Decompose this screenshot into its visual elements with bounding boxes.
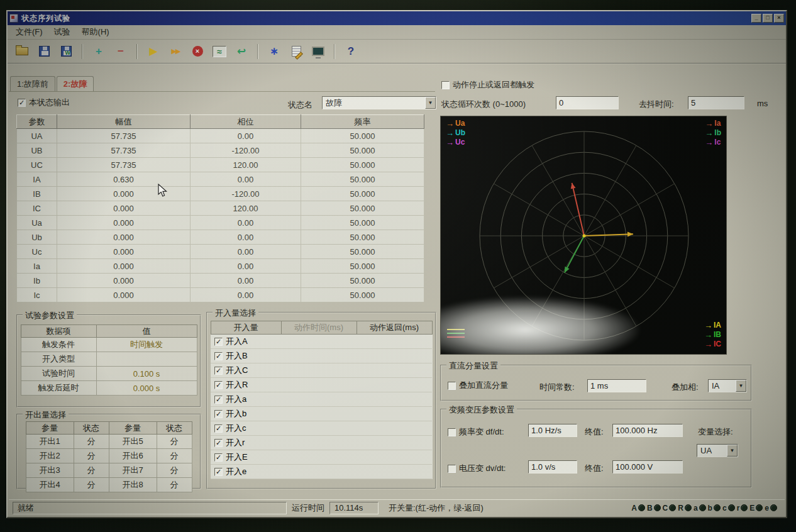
output-row[interactable]: 开出1分开出5分 (26, 435, 192, 449)
minimize-button[interactable]: _ (751, 14, 761, 23)
param-value-cell[interactable]: 50.000 (301, 158, 424, 172)
param-value-cell[interactable]: -120.00 (191, 143, 301, 158)
checkbox-unchecked-icon[interactable]: ✓ (448, 428, 456, 436)
test-param-row[interactable]: 开入类型 (21, 352, 197, 367)
input-row[interactable]: ✓开入c (211, 421, 432, 436)
test-param-value[interactable]: 0.100 s (96, 367, 197, 381)
param-value-cell[interactable]: 0.000 (57, 245, 191, 259)
debounce-input[interactable] (688, 96, 744, 109)
output-row[interactable]: 开出4分开出8分 (26, 478, 192, 492)
param-value-cell[interactable]: 50.000 (301, 288, 424, 302)
param-value-cell[interactable]: 0.000 (57, 259, 191, 274)
input-row[interactable]: ✓开入r (211, 436, 432, 450)
edit-icon[interactable] (287, 43, 306, 60)
input-row[interactable]: ✓开入R (211, 378, 432, 392)
phasor-icon[interactable]: ∗ (265, 43, 284, 60)
param-row[interactable]: UC57.735120.0050.000 (17, 158, 424, 172)
waveform-icon[interactable]: ≈ (210, 43, 229, 60)
param-value-cell[interactable]: 50.000 (301, 187, 424, 201)
open-icon[interactable] (13, 43, 31, 60)
input-row[interactable]: ✓开入C (211, 363, 432, 378)
param-value-cell[interactable]: 57.735 (57, 129, 191, 143)
param-row[interactable]: UB57.735-120.0050.000 (17, 143, 424, 158)
output-state-cell[interactable]: 分 (74, 435, 109, 449)
freq-rate-input[interactable] (528, 424, 577, 437)
param-value-cell[interactable]: 0.00 (191, 245, 301, 259)
checkbox-check-icon[interactable]: ✓ (18, 99, 26, 107)
param-row[interactable]: Ia0.0000.0050.000 (17, 259, 424, 274)
chevron-down-icon[interactable]: ▼ (736, 380, 746, 392)
param-value-cell[interactable]: 50.000 (301, 245, 424, 259)
input-row[interactable]: ✓开入B (211, 349, 432, 363)
param-value-cell[interactable]: 0.000 (57, 187, 191, 201)
checkbox-unchecked-icon[interactable]: ✓ (441, 81, 450, 89)
checkbox-check-icon[interactable]: ✓ (214, 367, 223, 375)
param-row[interactable]: Ub0.0000.0050.000 (17, 230, 424, 245)
checkbox-check-icon[interactable]: ✓ (214, 424, 223, 433)
param-value-cell[interactable]: 0.00 (191, 259, 301, 274)
fast-forward-icon[interactable]: ▶▶ (166, 43, 185, 60)
param-value-cell[interactable]: 50.000 (301, 172, 424, 187)
help-icon[interactable]: ? (341, 43, 360, 60)
param-value-cell[interactable]: 50.000 (301, 129, 424, 143)
stop-icon[interactable]: × (188, 43, 207, 60)
param-value-cell[interactable]: 0.000 (57, 288, 191, 302)
output-state-cell[interactable]: 分 (74, 449, 109, 463)
param-value-cell[interactable]: 120.00 (191, 158, 301, 172)
close-button[interactable]: × (774, 14, 784, 23)
loop-count-input[interactable] (556, 96, 619, 109)
param-value-cell[interactable]: 50.000 (301, 216, 424, 230)
checkbox-check-icon[interactable]: ✓ (214, 396, 223, 404)
checkbox-check-icon[interactable]: ✓ (214, 352, 223, 360)
test-param-row[interactable]: 试验时间0.100 s (21, 367, 197, 381)
param-value-cell[interactable]: 50.000 (301, 274, 424, 288)
dc-phase-combo[interactable]: IA ▼ (708, 379, 747, 392)
run-icon[interactable]: ▶ (144, 43, 163, 60)
param-value-cell[interactable]: 50.000 (301, 143, 424, 158)
save-icon[interactable] (35, 43, 53, 60)
test-param-value[interactable]: 0.000 s (96, 381, 197, 396)
volt-rate-input[interactable] (528, 460, 577, 474)
freq-final-input[interactable] (612, 424, 683, 437)
trigger-checkbox[interactable]: ✓ 动作停止或返回都触发 (441, 79, 534, 91)
output-state-cell[interactable]: 分 (157, 449, 192, 463)
test-param-value[interactable]: 时间触发 (96, 338, 197, 352)
param-value-cell[interactable]: 0.00 (191, 216, 301, 230)
save-export-icon[interactable]: W (57, 43, 75, 60)
monitor-icon[interactable] (309, 43, 328, 60)
param-value-cell[interactable]: 0.000 (57, 216, 191, 230)
return-icon[interactable]: ↩ (232, 43, 251, 60)
state-name-combo[interactable]: 故障 ▼ (322, 96, 436, 109)
input-row[interactable]: ✓开入A (211, 335, 432, 350)
checkbox-unchecked-icon[interactable]: ✓ (448, 382, 456, 390)
volt-checkbox[interactable]: ✓ 电压变 dv/dt: (448, 463, 506, 474)
test-param-value[interactable] (96, 352, 197, 367)
var-select-combo[interactable]: UA ▼ (697, 444, 738, 457)
dc-checkbox[interactable]: ✓ 叠加直流分量 (448, 380, 508, 391)
param-value-cell[interactable]: 0.00 (191, 172, 301, 187)
checkbox-check-icon[interactable]: ✓ (214, 453, 223, 462)
freq-checkbox[interactable]: ✓ 频率变 df/dt: (448, 426, 504, 438)
param-row[interactable]: Ic0.0000.0050.000 (17, 288, 424, 302)
input-row[interactable]: ✓开入e (211, 465, 432, 479)
param-value-cell[interactable]: 0.630 (57, 172, 191, 187)
param-value-cell[interactable]: 50.000 (301, 259, 424, 274)
param-value-cell[interactable]: 50.000 (301, 230, 424, 245)
menu-item[interactable]: 文件(F) (10, 25, 48, 39)
checkbox-unchecked-icon[interactable]: ✓ (448, 465, 456, 473)
param-value-cell[interactable]: 0.00 (191, 230, 301, 245)
volt-final-input[interactable] (612, 460, 683, 474)
output-state-cell[interactable]: 分 (157, 463, 192, 478)
output-state-cell[interactable]: 分 (157, 435, 192, 449)
param-row[interactable]: UA57.7350.0050.000 (17, 129, 424, 143)
input-row[interactable]: ✓开入E (211, 450, 432, 465)
param-value-cell[interactable]: 120.00 (191, 201, 301, 216)
param-row[interactable]: IB0.000-120.0050.000 (17, 187, 424, 201)
chevron-down-icon[interactable]: ▼ (425, 97, 436, 109)
chevron-down-icon[interactable]: ▼ (727, 445, 738, 457)
param-value-cell[interactable]: 0.00 (191, 274, 301, 288)
output-state-cell[interactable]: 分 (74, 478, 109, 492)
param-row[interactable]: IA0.6300.0050.000 (17, 172, 424, 187)
param-row[interactable]: IC0.000120.0050.000 (17, 201, 424, 216)
title-bar[interactable]: 状态序列试验 _ □ × (8, 11, 786, 25)
